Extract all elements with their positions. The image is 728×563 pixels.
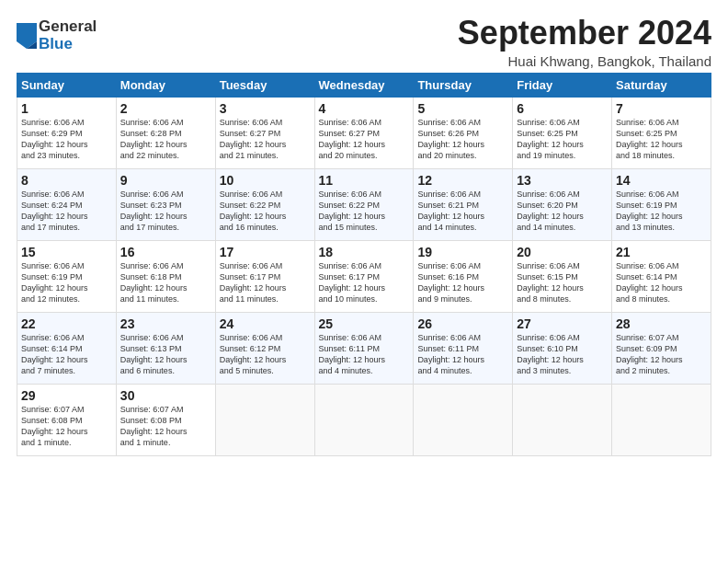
day-number: 6: [517, 101, 608, 116]
day-detail: Sunrise: 6:06 AM Sunset: 6:14 PM Dayligh…: [21, 332, 112, 377]
day-detail: Sunrise: 6:07 AM Sunset: 6:08 PM Dayligh…: [21, 404, 112, 449]
day-number: 9: [120, 173, 211, 188]
week-row-1: 1Sunrise: 6:06 AM Sunset: 6:29 PM Daylig…: [17, 97, 711, 168]
day-cell: 2Sunrise: 6:06 AM Sunset: 6:28 PM Daylig…: [116, 97, 215, 168]
day-number: 18: [319, 245, 410, 259]
week-row-3: 15Sunrise: 6:06 AM Sunset: 6:19 PM Dayli…: [17, 240, 711, 312]
week-row-2: 8Sunrise: 6:06 AM Sunset: 6:24 PM Daylig…: [17, 168, 711, 240]
logo-blue-text: Blue: [39, 36, 97, 53]
title-block: September 2024 Huai Khwang, Bangkok, Tha…: [458, 15, 711, 69]
col-wednesday: Wednesday: [314, 73, 414, 97]
day-number: 4: [319, 101, 410, 116]
col-friday: Friday: [513, 73, 612, 97]
day-cell: 30Sunrise: 6:07 AM Sunset: 6:08 PM Dayli…: [116, 384, 215, 455]
day-detail: Sunrise: 6:06 AM Sunset: 6:18 PM Dayligh…: [120, 260, 211, 305]
day-number: 12: [417, 173, 508, 188]
header-row: Sunday Monday Tuesday Wednesday Thursday…: [17, 73, 711, 97]
month-title: September 2024: [458, 15, 711, 52]
day-cell: [215, 384, 314, 455]
day-number: 15: [21, 245, 112, 259]
logo-general-text: General: [39, 18, 97, 36]
day-cell: 23Sunrise: 6:06 AM Sunset: 6:13 PM Dayli…: [116, 312, 215, 384]
day-number: 26: [417, 316, 508, 331]
day-cell: 18Sunrise: 6:06 AM Sunset: 6:17 PM Dayli…: [314, 240, 414, 312]
day-number: 16: [120, 245, 211, 259]
col-thursday: Thursday: [414, 73, 513, 97]
day-cell: 7Sunrise: 6:06 AM Sunset: 6:25 PM Daylig…: [612, 97, 711, 168]
day-cell: 10Sunrise: 6:06 AM Sunset: 6:22 PM Dayli…: [215, 168, 314, 240]
day-number: 17: [220, 245, 311, 259]
day-detail: Sunrise: 6:06 AM Sunset: 6:20 PM Dayligh…: [517, 189, 608, 234]
day-cell: 24Sunrise: 6:06 AM Sunset: 6:12 PM Dayli…: [215, 312, 314, 384]
day-cell: 9Sunrise: 6:06 AM Sunset: 6:23 PM Daylig…: [116, 168, 215, 240]
logo-text: General Blue: [39, 18, 97, 52]
day-cell: 20Sunrise: 6:06 AM Sunset: 6:15 PM Dayli…: [513, 240, 612, 312]
day-detail: Sunrise: 6:06 AM Sunset: 6:17 PM Dayligh…: [319, 260, 410, 305]
day-cell: [612, 384, 711, 455]
day-detail: Sunrise: 6:06 AM Sunset: 6:12 PM Dayligh…: [220, 332, 311, 377]
day-cell: 22Sunrise: 6:06 AM Sunset: 6:14 PM Dayli…: [17, 312, 117, 384]
day-cell: 26Sunrise: 6:06 AM Sunset: 6:11 PM Dayli…: [414, 312, 513, 384]
day-detail: Sunrise: 6:06 AM Sunset: 6:17 PM Dayligh…: [220, 260, 311, 305]
day-cell: 15Sunrise: 6:06 AM Sunset: 6:19 PM Dayli…: [17, 240, 117, 312]
day-cell: 28Sunrise: 6:07 AM Sunset: 6:09 PM Dayli…: [612, 312, 711, 384]
day-detail: Sunrise: 6:06 AM Sunset: 6:19 PM Dayligh…: [21, 260, 112, 305]
day-number: 3: [220, 101, 311, 116]
page: General Blue September 2024 Huai Khwang,…: [0, 0, 728, 465]
day-detail: Sunrise: 6:06 AM Sunset: 6:15 PM Dayligh…: [517, 260, 608, 305]
day-number: 8: [21, 173, 112, 188]
day-cell: 4Sunrise: 6:06 AM Sunset: 6:27 PM Daylig…: [314, 97, 414, 168]
day-cell: [414, 384, 513, 455]
day-cell: 3Sunrise: 6:06 AM Sunset: 6:27 PM Daylig…: [215, 97, 314, 168]
day-number: 13: [517, 173, 608, 188]
day-detail: Sunrise: 6:06 AM Sunset: 6:23 PM Dayligh…: [120, 189, 211, 234]
day-detail: Sunrise: 6:06 AM Sunset: 6:13 PM Dayligh…: [120, 332, 211, 377]
day-number: 24: [220, 316, 311, 331]
day-detail: Sunrise: 6:06 AM Sunset: 6:11 PM Dayligh…: [417, 332, 508, 377]
header: General Blue September 2024 Huai Khwang,…: [17, 15, 711, 69]
col-monday: Monday: [116, 73, 215, 97]
day-cell: [513, 384, 612, 455]
day-detail: Sunrise: 6:07 AM Sunset: 6:08 PM Dayligh…: [120, 404, 211, 449]
day-detail: Sunrise: 6:06 AM Sunset: 6:27 PM Dayligh…: [319, 117, 410, 162]
col-sunday: Sunday: [17, 73, 117, 97]
day-number: 22: [21, 316, 112, 331]
location: Huai Khwang, Bangkok, Thailand: [458, 53, 711, 69]
day-detail: Sunrise: 6:07 AM Sunset: 6:09 PM Dayligh…: [616, 332, 707, 377]
day-cell: 11Sunrise: 6:06 AM Sunset: 6:22 PM Dayli…: [314, 168, 414, 240]
day-detail: Sunrise: 6:06 AM Sunset: 6:24 PM Dayligh…: [21, 189, 112, 234]
day-cell: 17Sunrise: 6:06 AM Sunset: 6:17 PM Dayli…: [215, 240, 314, 312]
day-number: 7: [616, 101, 707, 116]
day-cell: 5Sunrise: 6:06 AM Sunset: 6:26 PM Daylig…: [414, 97, 513, 168]
day-number: 23: [120, 316, 211, 331]
col-tuesday: Tuesday: [215, 73, 314, 97]
day-number: 29: [21, 388, 112, 403]
logo-icon: [17, 23, 37, 49]
day-detail: Sunrise: 6:06 AM Sunset: 6:28 PM Dayligh…: [120, 117, 211, 162]
col-saturday: Saturday: [612, 73, 711, 97]
day-detail: Sunrise: 6:06 AM Sunset: 6:26 PM Dayligh…: [417, 117, 508, 162]
week-row-5: 29Sunrise: 6:07 AM Sunset: 6:08 PM Dayli…: [17, 384, 711, 455]
day-number: 21: [616, 245, 707, 259]
day-detail: Sunrise: 6:06 AM Sunset: 6:16 PM Dayligh…: [417, 260, 508, 305]
day-cell: 27Sunrise: 6:06 AM Sunset: 6:10 PM Dayli…: [513, 312, 612, 384]
day-detail: Sunrise: 6:06 AM Sunset: 6:27 PM Dayligh…: [220, 117, 311, 162]
day-cell: 6Sunrise: 6:06 AM Sunset: 6:25 PM Daylig…: [513, 97, 612, 168]
day-detail: Sunrise: 6:06 AM Sunset: 6:22 PM Dayligh…: [220, 189, 311, 234]
day-number: 20: [517, 245, 608, 259]
day-number: 10: [220, 173, 311, 188]
day-detail: Sunrise: 6:06 AM Sunset: 6:22 PM Dayligh…: [319, 189, 410, 234]
day-cell: 29Sunrise: 6:07 AM Sunset: 6:08 PM Dayli…: [17, 384, 117, 455]
day-number: 1: [21, 101, 112, 116]
day-cell: 8Sunrise: 6:06 AM Sunset: 6:24 PM Daylig…: [17, 168, 117, 240]
day-detail: Sunrise: 6:06 AM Sunset: 6:11 PM Dayligh…: [319, 332, 410, 377]
day-cell: 16Sunrise: 6:06 AM Sunset: 6:18 PM Dayli…: [116, 240, 215, 312]
day-cell: 12Sunrise: 6:06 AM Sunset: 6:21 PM Dayli…: [414, 168, 513, 240]
day-cell: 25Sunrise: 6:06 AM Sunset: 6:11 PM Dayli…: [314, 312, 414, 384]
day-cell: 13Sunrise: 6:06 AM Sunset: 6:20 PM Dayli…: [513, 168, 612, 240]
day-number: 30: [120, 388, 211, 403]
day-number: 19: [417, 245, 508, 259]
day-detail: Sunrise: 6:06 AM Sunset: 6:29 PM Dayligh…: [21, 117, 112, 162]
day-number: 2: [120, 101, 211, 116]
day-number: 27: [517, 316, 608, 331]
